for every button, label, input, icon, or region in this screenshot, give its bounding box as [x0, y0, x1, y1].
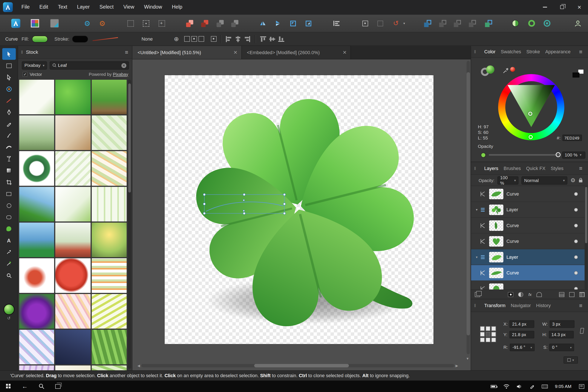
panel-menu-icon[interactable]: ≡ [579, 302, 582, 309]
menu-layer[interactable]: Layer [72, 0, 95, 14]
snap-pixel-button[interactable] [140, 18, 152, 29]
scrollbar-thumb[interactable] [254, 364, 349, 367]
adjustment-layer-button[interactable] [518, 292, 523, 297]
stock-thumbnail[interactable] [19, 294, 54, 328]
blend-mode-select[interactable]: Normal▾ [522, 176, 567, 184]
geometry-split-button[interactable] [510, 18, 521, 29]
move-tool[interactable] [2, 48, 16, 60]
menu-view[interactable]: View [118, 0, 139, 14]
boolean-subtract-button[interactable] [199, 18, 210, 29]
stock-thumbnail[interactable] [92, 80, 126, 114]
crop-tool[interactable] [2, 176, 16, 188]
picked-color-swatch[interactable] [510, 67, 515, 72]
layer-row[interactable]: ▾ Layer [471, 202, 584, 218]
scrollbar-thumb[interactable] [585, 187, 587, 243]
contour-tool[interactable] [2, 95, 16, 106]
transparency-tool[interactable] [2, 164, 16, 176]
rounded-rectangle-tool[interactable] [2, 211, 16, 223]
stroke-width-preview[interactable] [92, 36, 119, 42]
search-input[interactable] [58, 63, 120, 68]
stock-scrollbar[interactable] [128, 80, 131, 369]
vertical-scrollbar[interactable] [466, 61, 470, 354]
selection-handle[interactable] [283, 212, 286, 215]
menu-text[interactable]: Text [53, 0, 72, 14]
align-horizontal-left-button[interactable] [226, 36, 232, 42]
maximize-button[interactable] [554, 0, 570, 14]
stock-thumbnail[interactable] [19, 365, 54, 370]
menu-window[interactable]: Window [139, 0, 167, 14]
transform-origin-toggle[interactable]: ⊕ [174, 35, 179, 42]
layer-row-selected[interactable]: ▾ Layer [471, 249, 584, 265]
paint-brush-tool[interactable] [2, 130, 16, 142]
rotate-ccw-button[interactable] [287, 18, 298, 29]
insert-behind-button[interactable] [374, 18, 386, 29]
scrollbar-thumb[interactable] [128, 84, 131, 192]
scroll-left-icon[interactable]: ◀ [136, 364, 141, 368]
export-persona-button[interactable] [49, 18, 60, 29]
account-button[interactable] [572, 18, 584, 29]
boolean-divide-button[interactable] [229, 18, 240, 29]
order-forward-button[interactable] [437, 18, 448, 29]
layer-visibility-toggle[interactable] [574, 255, 578, 259]
stock-thumbnail[interactable] [19, 187, 54, 221]
ellipse-tool[interactable] [2, 200, 16, 211]
start-button[interactable] [0, 380, 16, 392]
point-transform-tool[interactable] [2, 83, 16, 95]
stock-thumbnail[interactable] [56, 187, 90, 221]
canvas[interactable]: ◀ ▶ ▼ [132, 59, 471, 370]
vector-brush-tool[interactable] [2, 142, 16, 153]
horizontal-scrollbar[interactable]: ◀ ▶ [136, 363, 459, 368]
reset-colors-icon[interactable]: ↺ [7, 316, 10, 321]
expand-chevron-icon[interactable]: ▾ [474, 255, 479, 259]
color-picker-tool[interactable] [2, 246, 16, 258]
triangle-marker[interactable] [528, 112, 532, 116]
style-picker-tool[interactable] [2, 258, 16, 270]
layer-visibility-toggle[interactable] [574, 208, 578, 212]
layer-visibility-toggle[interactable] [574, 239, 578, 243]
layer-row[interactable]: Curve [471, 234, 584, 249]
tab-swatches[interactable]: Swatches [501, 49, 521, 54]
stock-thumbnail[interactable] [92, 223, 126, 257]
pen-tool[interactable] [2, 106, 16, 118]
selection-handle[interactable] [243, 212, 246, 215]
fill-color-well[interactable] [3, 304, 14, 315]
preferences-button[interactable]: ⚙ [97, 18, 108, 29]
close-tab-icon[interactable]: ✕ [234, 50, 238, 55]
new-pixel-layer-button[interactable] [569, 292, 574, 297]
transform-options-button[interactable]: ▾ [564, 356, 578, 364]
shear-input[interactable]: 0 °▾ [549, 344, 574, 351]
stock-thumbnail[interactable] [19, 330, 54, 364]
menu-select[interactable]: Select [94, 0, 118, 14]
pencil-tool[interactable] [2, 118, 16, 130]
w-input[interactable]: 3 px [550, 320, 574, 328]
stock-search-box[interactable]: ✕ [50, 61, 129, 70]
stock-thumbnail[interactable] [92, 330, 126, 364]
tab-layers[interactable]: Layers [484, 166, 498, 171]
layer-effects-button[interactable]: fx [528, 292, 532, 297]
boolean-intersect-button[interactable] [214, 18, 226, 29]
layer-visibility-toggle[interactable] [574, 271, 578, 274]
fill-swatch[interactable] [32, 36, 48, 42]
stock-thumbnail[interactable] [19, 223, 54, 257]
selection-handle[interactable] [283, 193, 286, 196]
panel-drag-handle[interactable]: ‖ [474, 166, 476, 171]
geometry-ring-button[interactable] [526, 18, 537, 29]
flip-horizontal-button[interactable] [257, 18, 268, 29]
scroll-down-icon[interactable]: ▼ [466, 357, 469, 360]
snap-grid-button[interactable] [125, 18, 136, 29]
zoom-tool[interactable] [2, 270, 16, 281]
x-input[interactable]: 21.4 px [510, 320, 534, 328]
boolean-add-button[interactable] [184, 18, 195, 29]
align-vertical-bottom-button[interactable] [278, 36, 284, 42]
delete-layer-button[interactable] [580, 292, 584, 297]
rectangle-tool[interactable] [2, 188, 16, 200]
panel-menu-icon[interactable]: ≡ [125, 49, 128, 55]
layer-visibility-toggle[interactable] [574, 192, 578, 196]
opacity-slider-knob[interactable] [556, 152, 561, 157]
pixel-persona-button[interactable] [29, 18, 40, 29]
layer-visibility-toggle[interactable] [574, 224, 578, 227]
align-horizontal-right-button[interactable] [244, 36, 250, 42]
selection-handle[interactable] [283, 202, 286, 205]
align-vertical-middle-button[interactable] [269, 36, 275, 42]
snapping-dropdown-chevron[interactable]: ▾ [402, 22, 406, 25]
